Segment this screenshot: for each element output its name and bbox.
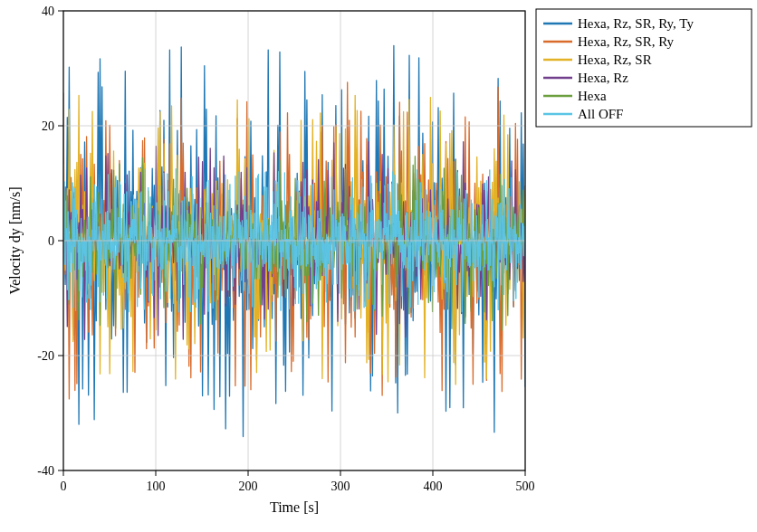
x-tick-label: 0 [61,480,67,493]
legend-label: Hexa, Rz [578,71,628,85]
y-tick-label: 40 [42,5,54,18]
x-axis-label: Time [s] [270,499,319,515]
x-tick-label: 500 [516,480,535,493]
velocity-chart: 0100200300400500-40-2002040 Time [s] Vel… [0,0,757,532]
legend: Hexa, Rz, SR, Ry, TyHexa, Rz, SR, RyHexa… [536,9,752,127]
legend-label: Hexa, Rz, SR, Ry, Ty [578,16,694,31]
y-axis-label: Velocity dy [nm/s] [7,186,24,294]
y-tick-label: 20 [42,119,54,133]
x-tick-label: 400 [424,480,443,493]
y-tick-label: 0 [48,234,54,248]
legend-label: Hexa, Rz, SR [578,52,652,67]
x-tick-label: 200 [239,480,258,493]
x-tick-label: 100 [147,480,166,493]
y-tick-label: -20 [37,349,54,363]
legend-label: All OFF [578,107,623,121]
legend-label: Hexa [578,89,607,103]
legend-label: Hexa, Rz, SR, Ry [578,34,675,49]
y-tick-label: -40 [37,464,54,478]
x-tick-label: 300 [331,480,350,493]
